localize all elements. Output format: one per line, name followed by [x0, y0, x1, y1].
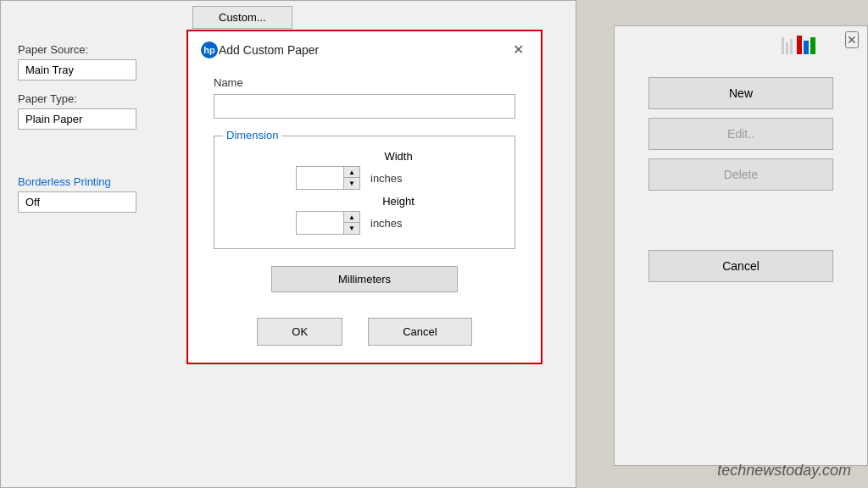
delete-button[interactable]: Delete	[648, 158, 833, 191]
height-input-wrap: 5.00 ▲ ▼	[296, 211, 360, 235]
edit-button[interactable]: Edit..	[648, 118, 833, 150]
width-input-wrap: 3.00 ▲ ▼	[296, 166, 360, 190]
cancel-button[interactable]: Cancel	[368, 318, 471, 346]
height-unit: inches	[370, 217, 403, 230]
millimeters-button[interactable]: Millimeters	[271, 266, 458, 292]
borderless-value: Off	[18, 191, 136, 213]
dialog-titlebar: hp Add Custom Paper ✕	[188, 31, 541, 68]
right-panel-close-button[interactable]: ✕	[845, 31, 859, 48]
height-label: Height	[382, 195, 415, 208]
svg-text:hp: hp	[203, 45, 215, 55]
paper-source-value: Main Tray	[18, 59, 136, 80]
height-down-button[interactable]: ▼	[344, 223, 359, 234]
paper-type-value: Plain Paper	[18, 108, 136, 130]
dimension-section: Dimension Width 3.00 ▲ ▼ inches	[214, 136, 515, 249]
hp-logo-icon: hp	[200, 41, 219, 59]
chart-area	[772, 26, 825, 64]
add-custom-paper-dialog: hp Add Custom Paper ✕ Name Dimension Wid…	[186, 30, 542, 364]
height-input[interactable]: 5.00	[297, 214, 343, 233]
name-input[interactable]	[214, 94, 515, 119]
right-panel-cancel-button[interactable]: Cancel	[648, 250, 833, 282]
watermark: technewstoday.com	[717, 462, 851, 480]
width-down-button[interactable]: ▼	[344, 178, 359, 189]
right-panel-buttons-area: New Edit.. Delete Cancel	[615, 26, 867, 299]
dialog-body: Name Dimension Width 3.00 ▲ ▼	[188, 68, 541, 309]
custom-button[interactable]: Custom...	[192, 6, 292, 29]
width-up-button[interactable]: ▲	[344, 167, 359, 178]
width-unit: inches	[370, 172, 403, 185]
dialog-close-button[interactable]: ✕	[508, 40, 529, 59]
height-up-button[interactable]: ▲	[344, 212, 359, 223]
height-row: 5.00 ▲ ▼ inches	[228, 211, 501, 235]
dimension-legend: Dimension	[223, 129, 281, 141]
ok-button[interactable]: OK	[257, 318, 342, 346]
right-panel: ✕ New Edit.. Delete Cancel	[614, 25, 868, 466]
name-field-label: Name	[214, 76, 515, 89]
dialog-title: Add Custom Paper	[219, 43, 508, 57]
width-row: 3.00 ▲ ▼ inches	[228, 166, 501, 190]
width-spinners: ▲ ▼	[343, 167, 359, 189]
width-label: Width	[384, 150, 412, 163]
new-button[interactable]: New	[648, 77, 833, 109]
width-input[interactable]: 3.00	[297, 169, 343, 188]
height-spinners: ▲ ▼	[343, 212, 359, 234]
dialog-footer: OK Cancel	[188, 309, 541, 346]
